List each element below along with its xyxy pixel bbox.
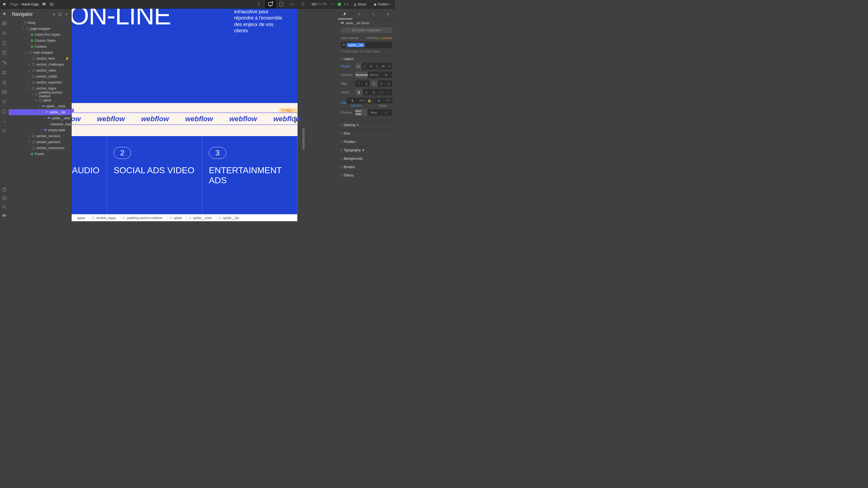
class-selector-input[interactable]: splide__list ⌄ bbox=[341, 42, 392, 48]
typography-section-header[interactable]: ▸Typography bbox=[338, 146, 395, 154]
tree-item[interactable]: ▸section_video bbox=[9, 67, 71, 73]
canvas-viewport[interactable]: ON-LINE exhaustive pour répondre à l'ens… bbox=[72, 9, 306, 214]
size-section-header[interactable]: ▸Size bbox=[338, 129, 395, 137]
direction-vertical-button[interactable]: Vertical bbox=[368, 72, 380, 78]
wrap-reverse-button[interactable]: ⤬ bbox=[380, 109, 392, 116]
tree-item[interactable]: ▾main-wrapper bbox=[9, 50, 71, 56]
canvas[interactable]: ON-LINE exhaustive pour répondre à l'ens… bbox=[72, 9, 298, 214]
viewport-width[interactable]: 992 bbox=[312, 2, 317, 6]
pages-icon[interactable] bbox=[2, 21, 7, 26]
align-stretch-button[interactable]: ⇕ bbox=[378, 80, 385, 87]
justify-around-button[interactable]: ↔ bbox=[385, 89, 392, 95]
breadcrumb-item[interactable]: padding-section-medium bbox=[119, 215, 166, 221]
inheriting-link[interactable]: 1 selector bbox=[379, 36, 392, 40]
ecommerce-icon[interactable] bbox=[2, 80, 7, 85]
class-chip[interactable]: splide__list bbox=[347, 43, 365, 47]
display-inline-block-button[interactable]: ▯ bbox=[374, 63, 380, 69]
tree-item[interactable]: ▾splide__list bbox=[9, 109, 71, 115]
variables-icon[interactable]: {F bbox=[2, 129, 7, 133]
tablet-device-button[interactable] bbox=[276, 0, 287, 9]
publish-button[interactable]: Publish▾ bbox=[371, 1, 393, 7]
borders-section-header[interactable]: ▸Borders bbox=[338, 163, 395, 171]
cms-icon[interactable] bbox=[2, 51, 7, 55]
help-icon[interactable] bbox=[2, 187, 7, 192]
display-none-button[interactable]: ⦸ bbox=[386, 63, 392, 69]
comments-icon[interactable] bbox=[41, 2, 46, 7]
layout-section-header[interactable]: ▾Layout bbox=[338, 55, 395, 63]
preview-icon[interactable] bbox=[49, 2, 54, 7]
position-section-header[interactable]: ▸Position bbox=[338, 138, 395, 146]
gap-lock-icon[interactable]: 🔓 bbox=[367, 98, 372, 104]
inner-scrollbar[interactable] bbox=[294, 117, 296, 123]
navigator-tree[interactable]: Body▾page-wrapperClient-First StylesCust… bbox=[9, 20, 71, 221]
create-component-button[interactable]: ⊞Create component bbox=[341, 27, 392, 33]
finsweet-icon[interactable] bbox=[2, 119, 7, 124]
tree-item[interactable]: ▾splide__track bbox=[9, 103, 71, 109]
more-icon[interactable] bbox=[256, 2, 261, 7]
tree-item[interactable]: ▾page-wrapper bbox=[9, 26, 71, 32]
navigator-icon[interactable] bbox=[2, 31, 7, 36]
dock-icon[interactable] bbox=[58, 12, 62, 16]
direction-horizontal-button[interactable]: Horizontal bbox=[355, 72, 368, 78]
effects-section-header[interactable]: ▸Effects bbox=[338, 171, 395, 180]
spacing-section-header[interactable]: ▸Spacing bbox=[338, 121, 395, 129]
gap-rows-unit[interactable]: PX bbox=[385, 98, 393, 104]
align-end-button[interactable]: ⊥ bbox=[370, 80, 377, 87]
tree-item[interactable]: ▸section_hero⚡ bbox=[9, 56, 71, 62]
breadcrumb-item[interactable]: splide bbox=[166, 215, 185, 221]
tree-item[interactable]: ▸section_challenges bbox=[9, 62, 71, 67]
tree-item[interactable]: ▸section_ressources bbox=[9, 145, 71, 151]
mobile-device-button[interactable] bbox=[298, 0, 308, 9]
webflow-logo-icon[interactable] bbox=[2, 2, 8, 7]
share-button[interactable]: Share bbox=[351, 1, 369, 7]
assets-icon[interactable] bbox=[2, 90, 7, 94]
service-card[interactable]: 1STREAMING AUDIO bbox=[72, 136, 107, 214]
undo-icon[interactable] bbox=[322, 2, 328, 7]
dont-wrap-button[interactable]: Don't wrap bbox=[355, 109, 368, 116]
canvas-scrollbar[interactable] bbox=[303, 128, 305, 150]
logic-icon[interactable] bbox=[2, 60, 7, 65]
add-element-icon[interactable] bbox=[2, 11, 7, 16]
tree-item[interactable]: ▸section_partners bbox=[9, 139, 71, 145]
tree-item[interactable]: ▸section_services bbox=[9, 133, 71, 139]
status-indicator-icon[interactable] bbox=[338, 3, 341, 6]
breadcrumb-item[interactable]: section_logos bbox=[89, 215, 119, 221]
tree-item[interactable]: Custom Styles bbox=[9, 38, 71, 44]
chevron-down-icon[interactable]: ⌄ bbox=[389, 43, 391, 47]
direction-reverse-button[interactable]: ⇄ bbox=[380, 72, 392, 78]
selection-tag[interactable]: ✕ bbox=[72, 109, 74, 112]
justify-between-button[interactable]: |↔| bbox=[378, 89, 385, 95]
style-tab[interactable] bbox=[338, 9, 352, 19]
display-flex-button[interactable]: ∥ bbox=[362, 63, 368, 69]
display-inline-button[interactable]: |A| bbox=[380, 63, 386, 69]
settings-icon[interactable] bbox=[2, 99, 7, 104]
tree-item[interactable]: ▸section_expertise bbox=[9, 79, 71, 86]
breadcrumb-item[interactable]: splide__track bbox=[185, 215, 215, 221]
desktop-device-button[interactable]: ✦ bbox=[265, 0, 276, 9]
redo-icon[interactable] bbox=[330, 2, 335, 7]
settings-tab[interactable] bbox=[352, 9, 367, 19]
display-grid-button[interactable]: ⊞ bbox=[368, 63, 374, 69]
collapse-icon[interactable] bbox=[52, 12, 56, 16]
tree-item[interactable]: Body bbox=[9, 20, 71, 26]
align-start-button[interactable]: ⊤ bbox=[355, 80, 363, 87]
gap-rows-input[interactable] bbox=[373, 98, 385, 104]
tree-item[interactable]: ▾splide__slide bbox=[9, 115, 71, 121]
page-name[interactable]: Home Copy bbox=[22, 2, 38, 6]
tree-item[interactable]: ▾padding-section-medium bbox=[9, 91, 71, 97]
search-icon[interactable] bbox=[2, 204, 7, 209]
tree-item[interactable]: ▸empty-state bbox=[9, 127, 71, 133]
justify-end-button[interactable]: ∥| bbox=[370, 89, 377, 95]
tree-item[interactable]: marquee_logo bbox=[9, 121, 71, 127]
close-icon[interactable] bbox=[64, 12, 68, 16]
tree-item[interactable]: Cookies bbox=[9, 44, 71, 50]
display-block-button[interactable]: ▭ bbox=[355, 63, 362, 69]
mobile-landscape-button[interactable] bbox=[287, 0, 298, 9]
effects-tab[interactable] bbox=[381, 9, 395, 19]
gap-columns-unit[interactable]: REM bbox=[358, 98, 366, 104]
gap-columns-input[interactable] bbox=[346, 98, 358, 104]
service-card[interactable]: 2SOCIAL ADS VIDEO bbox=[107, 136, 203, 214]
wrap-button[interactable]: Wrap bbox=[368, 109, 380, 116]
tree-item[interactable]: Footer bbox=[9, 151, 71, 157]
tree-item[interactable]: Client-First Styles bbox=[9, 32, 71, 38]
